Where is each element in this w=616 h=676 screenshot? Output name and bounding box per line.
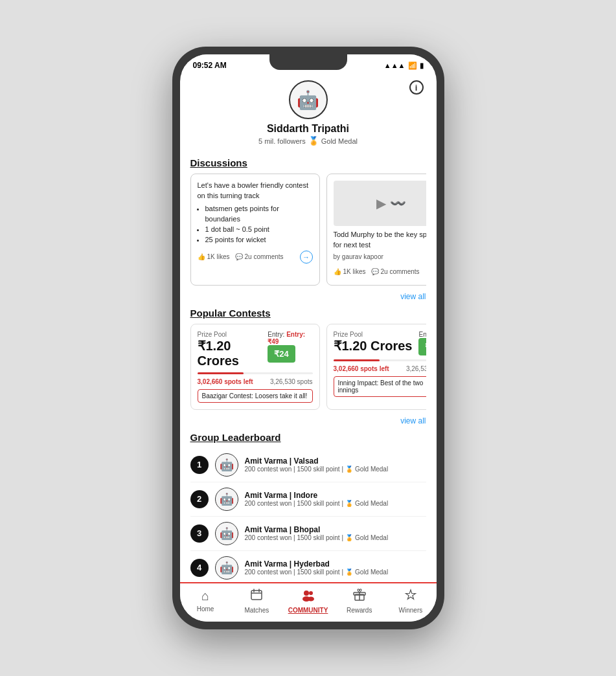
contests-view-all[interactable]: view all	[190, 416, 426, 425]
card-stats-2: 👍 1K likes 💬 2u comments	[334, 268, 420, 275]
nav-community-label: COMMUNITY	[288, 607, 328, 614]
nav-winners[interactable]: Winners	[385, 589, 436, 614]
lb-item-2: 2 🤖 Amit Varma | Indore 200 contest won …	[190, 482, 426, 517]
contests-row: Prize Pool ₹1.20 Crores Entry: Entry: ₹4…	[190, 324, 426, 412]
prize-amount-1: ₹1.20 Crores	[198, 338, 268, 368]
winners-icon	[404, 589, 417, 605]
phone-screen: 09:52 AM ▲▲▲ 📶 ▮ i 🤖 Siddarth Tripathi 5…	[180, 54, 437, 622]
prize-label-1: Prize Pool	[198, 331, 268, 338]
join-btn-2[interactable]: ₹24	[418, 338, 426, 355]
lb-medal-icon-1: 🏅	[345, 466, 353, 473]
nav-community[interactable]: COMMUNITY	[282, 589, 334, 614]
lb-medal-icon-3: 🏅	[345, 534, 353, 541]
progress-2	[334, 359, 426, 361]
profile-name: Siddarth Tripathi	[267, 123, 349, 135]
lb-avatar-3: 🤖	[215, 522, 238, 545]
leaderboard-title: Group Leaderboard	[190, 432, 426, 443]
lb-info-2: Amit Varma | Indore 200 contest won | 15…	[245, 491, 426, 507]
wifi-icon: 📶	[408, 62, 417, 70]
comments-2: 💬 2u comments	[371, 268, 420, 275]
home-icon: ⌂	[201, 589, 209, 603]
lb-medal-icon-2: 🏅	[345, 500, 353, 507]
lb-item-4: 4 🤖 Amit Varma | Hyderbad 200 contest wo…	[190, 551, 426, 582]
contest-card-2: Prize Pool ₹1.20 Crores Entry: ₹49 ₹24 3…	[326, 324, 426, 410]
discussion-text-1: Let's have a bowler friendly contest on …	[198, 181, 313, 245]
nav-matches[interactable]: Matches	[231, 589, 282, 614]
lb-avatar-2: 🤖	[215, 488, 238, 511]
spots-left-1: 3,02,660 spots left	[198, 378, 253, 385]
lb-item-3: 3 🤖 Amit Varma | Bhopal 200 contest won …	[190, 517, 426, 551]
info-icon[interactable]: i	[409, 80, 424, 95]
likes-2: 👍 1K likes	[334, 268, 366, 275]
phone-notch	[269, 54, 347, 70]
matches-icon	[250, 589, 263, 605]
card-footer-2: 👍 1K likes 💬 2u comments →	[334, 265, 426, 278]
lb-rank-2: 2	[190, 490, 209, 508]
profile-section: i 🤖 Siddarth Tripathi 5 mil. followers 🏅…	[190, 73, 426, 151]
audio-wave-icon: 〰️	[390, 196, 406, 211]
nav-matches-label: Matches	[244, 607, 269, 614]
lb-meta-2: 200 contest won | 1500 skill point | 🏅 G…	[245, 500, 426, 507]
lb-medal-icon-4: 🏅	[345, 569, 353, 576]
svg-point-4	[304, 591, 309, 596]
arrow-btn-1[interactable]: →	[300, 251, 313, 264]
lb-item-1: 1 🤖 Amit Varma | Valsad 200 contest won …	[190, 448, 426, 482]
lb-name-4: Amit Varma | Hyderbad	[245, 559, 426, 569]
lb-rank-1: 1	[190, 456, 209, 474]
lb-rank-3: 3	[190, 524, 209, 543]
spots-total-2: 3,26,530 spots	[406, 365, 426, 372]
svg-rect-0	[251, 591, 262, 600]
contest-name-2: Inning Impact: Best of the two innings	[334, 376, 426, 397]
comments-1: 💬 2u comments	[235, 253, 284, 260]
lb-rank-4: 4	[190, 559, 209, 577]
avatar: 🤖	[289, 80, 328, 119]
lb-meta-3: 200 contest won | 1500 skill point | 🏅 G…	[245, 534, 426, 541]
nav-winners-label: Winners	[399, 607, 423, 614]
lb-meta-1: 200 contest won | 1500 skill point | 🏅 G…	[245, 466, 426, 473]
discussions-view-all[interactable]: view all	[190, 292, 426, 301]
spots-total-1: 3,26,530 spots	[270, 378, 313, 385]
discussion-author: by gaurav kapoor	[334, 253, 426, 260]
spots-1: 3,02,660 spots left 3,26,530 spots	[198, 378, 313, 385]
spots-left-2: 3,02,660 spots left	[334, 365, 389, 372]
lb-info-3: Amit Varma | Bhopal 200 contest won | 15…	[245, 525, 426, 541]
lb-meta-4: 200 contest won | 1500 skill point | 🏅 G…	[245, 569, 426, 576]
prize-amount-2: ₹1.20 Crores	[334, 338, 413, 354]
entry-label-1: Entry: Entry: ₹49	[268, 331, 312, 345]
join-btn-1[interactable]: ₹24	[268, 345, 295, 363]
bottom-nav: ⌂ Home Matches	[180, 582, 437, 622]
lb-info-4: Amit Varma | Hyderbad 200 contest won | …	[245, 559, 426, 576]
nav-rewards-label: Rewards	[347, 607, 372, 614]
progress-bar-1	[198, 372, 244, 374]
medal-icon: 🏅	[308, 136, 319, 146]
phone-frame: 09:52 AM ▲▲▲ 📶 ▮ i 🤖 Siddarth Tripathi 5…	[172, 47, 444, 629]
prize-label-2: Prize Pool	[334, 331, 413, 338]
contest-name-1: Baazigar Contest: Loosers take it all!	[198, 389, 313, 403]
discussion-card-2: ▶ 〰️ Todd Murphy to be the key spinner f…	[326, 174, 426, 286]
progress-1	[198, 372, 313, 374]
spots-2: 3,02,660 spots left 3,26,530 spots	[334, 365, 426, 372]
card-stats-1: 👍 1K likes 💬 2u comments	[198, 253, 284, 260]
status-time: 09:52 AM	[193, 61, 227, 70]
nav-rewards[interactable]: Rewards	[334, 589, 385, 614]
contests-title: Popular Contests	[190, 308, 426, 319]
nav-home[interactable]: ⌂ Home	[180, 589, 231, 614]
rewards-icon	[353, 589, 366, 605]
followers-count: 5 mil. followers	[258, 137, 306, 145]
signal-icon: ▲▲▲	[384, 62, 405, 69]
leaderboard-list: 1 🤖 Amit Varma | Valsad 200 contest won …	[190, 448, 426, 582]
status-icons: ▲▲▲ 📶 ▮	[384, 62, 424, 70]
progress-bar-2	[334, 359, 380, 361]
contest-header-1: Prize Pool ₹1.20 Crores Entry: Entry: ₹4…	[198, 331, 313, 368]
lb-avatar-1: 🤖	[215, 453, 238, 477]
card-footer-1: 👍 1K likes 💬 2u comments →	[198, 251, 313, 264]
discussion-media: ▶ 〰️	[334, 181, 426, 226]
discussion-card-1: Let's have a bowler friendly contest on …	[190, 174, 320, 286]
svg-point-7	[308, 597, 314, 602]
main-content: i 🤖 Siddarth Tripathi 5 mil. followers 🏅…	[180, 73, 437, 582]
likes-1: 👍 1K likes	[198, 253, 230, 260]
community-icon	[301, 589, 315, 605]
discussions-row: Let's have a bowler friendly contest on …	[190, 174, 426, 288]
contest-card-1: Prize Pool ₹1.20 Crores Entry: Entry: ₹4…	[190, 324, 320, 410]
lb-name-3: Amit Varma | Bhopal	[245, 525, 426, 534]
